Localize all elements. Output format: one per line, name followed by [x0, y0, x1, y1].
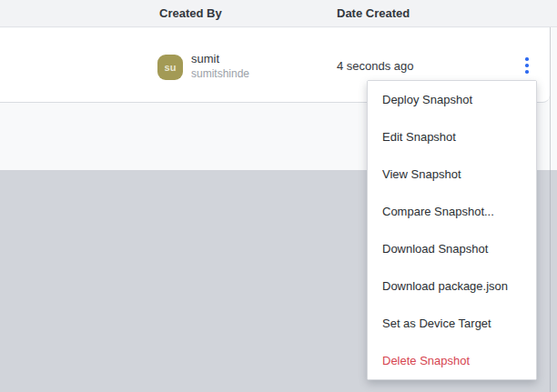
menu-item-view-snapshot[interactable]: View Snapshot — [368, 156, 536, 193]
menu-item-compare-snapshot[interactable]: Compare Snapshot... — [368, 193, 536, 230]
menu-item-download-snapshot[interactable]: Download Snapshot — [368, 230, 536, 267]
created-by-cell: sumit sumitshinde — [191, 51, 249, 81]
column-header-date-created: Date Created — [337, 0, 410, 27]
menu-item-delete-snapshot[interactable]: Delete Snapshot — [368, 342, 536, 379]
kebab-dot — [525, 57, 529, 61]
menu-item-edit-snapshot[interactable]: Edit Snapshot — [368, 118, 536, 156]
avatar: su — [157, 55, 183, 80]
user-name: sumit — [191, 51, 249, 66]
kebab-dot — [525, 64, 529, 67]
kebab-menu-icon[interactable] — [515, 50, 539, 81]
snapshot-context-menu: Deploy SnapshotEdit SnapshotView Snapsho… — [367, 80, 537, 380]
panel-right-edge — [550, 0, 551, 392]
table-header-row: Created By Date Created — [0, 0, 557, 27]
kebab-dot — [525, 70, 529, 74]
menu-item-deploy-snapshot[interactable]: Deploy Snapshot — [368, 81, 536, 118]
menu-item-set-as-device-target[interactable]: Set as Device Target — [368, 305, 536, 342]
column-header-created-by: Created By — [159, 0, 222, 27]
user-username: sumitshinde — [191, 66, 249, 81]
menu-item-download-package-json[interactable]: Download package.json — [368, 267, 536, 305]
snapshots-table-page: Created By Date Created su sumit sumitsh… — [0, 0, 557, 392]
